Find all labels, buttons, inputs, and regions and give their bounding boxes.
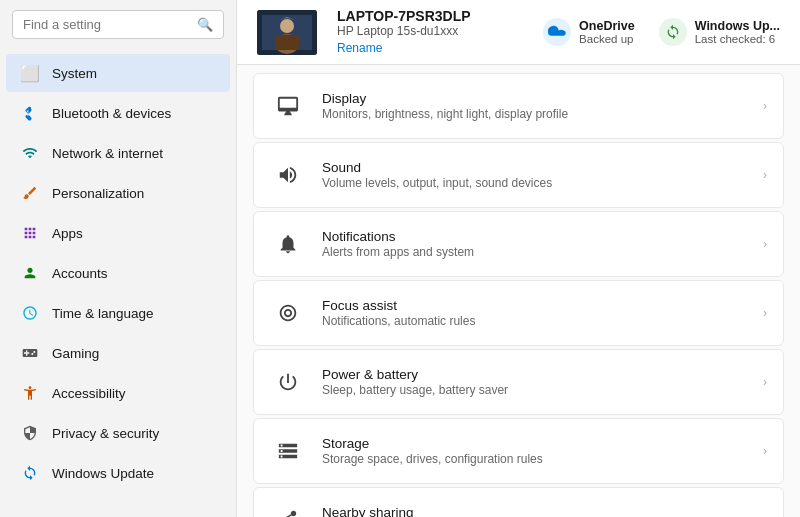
display-desc: Monitors, brightness, night light, displ… xyxy=(322,107,747,121)
sidebar-item-label-windows-update: Windows Update xyxy=(52,466,154,481)
device-name: LAPTOP-7PSR3DLP xyxy=(337,8,523,24)
settings-item-storage[interactable]: Storage Storage space, drives, configura… xyxy=(253,418,784,484)
power-icon xyxy=(270,364,306,400)
power-text: Power & battery Sleep, battery usage, ba… xyxy=(322,367,747,397)
notifications-text: Notifications Alerts from apps and syste… xyxy=(322,229,747,259)
network-icon xyxy=(20,143,40,163)
settings-item-nearby-sharing[interactable]: Nearby sharing Discoverability, received… xyxy=(253,487,784,517)
windows-update-service-icon xyxy=(659,18,687,46)
sidebar-item-privacy[interactable]: Privacy & security xyxy=(6,414,230,452)
svg-point-2 xyxy=(280,19,294,33)
accessibility-icon xyxy=(20,383,40,403)
sound-text: Sound Volume levels, output, input, soun… xyxy=(322,160,747,190)
onedrive-text: OneDrive Backed up xyxy=(579,19,635,45)
power-desc: Sleep, battery usage, battery saver xyxy=(322,383,747,397)
storage-chevron: › xyxy=(763,444,767,458)
sidebar-item-apps[interactable]: Apps xyxy=(6,214,230,252)
storage-desc: Storage space, drives, configuration rul… xyxy=(322,452,747,466)
windows-update-service-text: Windows Up... Last checked: 6 xyxy=(695,19,780,45)
nearby-sharing-text: Nearby sharing Discoverability, received… xyxy=(322,505,747,517)
notifications-desc: Alerts from apps and system xyxy=(322,245,747,259)
windows-update-service: Windows Up... Last checked: 6 xyxy=(659,18,780,46)
device-model: HP Laptop 15s-du1xxx xyxy=(337,24,523,38)
onedrive-title: OneDrive xyxy=(579,19,635,33)
sidebar: 🔍 ⬜ System Bluetooth & devices Network &… xyxy=(0,0,237,517)
sidebar-item-network[interactable]: Network & internet xyxy=(6,134,230,172)
sound-desc: Volume levels, output, input, sound devi… xyxy=(322,176,747,190)
notifications-icon xyxy=(270,226,306,262)
sidebar-item-system[interactable]: ⬜ System xyxy=(6,54,230,92)
nearby-sharing-icon xyxy=(270,502,306,517)
settings-item-sound[interactable]: Sound Volume levels, output, input, soun… xyxy=(253,142,784,208)
power-title: Power & battery xyxy=(322,367,747,382)
sidebar-item-label-personalization: Personalization xyxy=(52,186,144,201)
sidebar-item-label-apps: Apps xyxy=(52,226,83,241)
nearby-sharing-title: Nearby sharing xyxy=(322,505,747,517)
sidebar-item-label-time: Time & language xyxy=(52,306,154,321)
sidebar-item-label-privacy: Privacy & security xyxy=(52,426,159,441)
accounts-icon xyxy=(20,263,40,283)
apps-icon xyxy=(20,223,40,243)
settings-item-display[interactable]: Display Monitors, brightness, night ligh… xyxy=(253,73,784,139)
storage-icon xyxy=(270,433,306,469)
device-rename-link[interactable]: Rename xyxy=(337,41,382,55)
sidebar-item-label-bluetooth: Bluetooth & devices xyxy=(52,106,171,121)
privacy-icon xyxy=(20,423,40,443)
search-icon: 🔍 xyxy=(197,17,213,32)
sound-title: Sound xyxy=(322,160,747,175)
focus-assist-chevron: › xyxy=(763,306,767,320)
svg-rect-4 xyxy=(275,35,299,50)
sidebar-item-gaming[interactable]: Gaming xyxy=(6,334,230,372)
windows-update-service-title: Windows Up... xyxy=(695,19,780,33)
system-icon: ⬜ xyxy=(20,63,40,83)
sound-icon xyxy=(270,157,306,193)
device-info: LAPTOP-7PSR3DLP HP Laptop 15s-du1xxx Ren… xyxy=(337,8,523,56)
header-services: OneDrive Backed up Windows Up... Last ch… xyxy=(543,18,780,46)
notifications-title: Notifications xyxy=(322,229,747,244)
personalization-icon xyxy=(20,183,40,203)
time-icon xyxy=(20,303,40,323)
gaming-icon xyxy=(20,343,40,363)
notifications-chevron: › xyxy=(763,237,767,251)
focus-assist-text: Focus assist Notifications, automatic ru… xyxy=(322,298,747,328)
windows-update-service-status: Last checked: 6 xyxy=(695,33,780,45)
settings-item-power[interactable]: Power & battery Sleep, battery usage, ba… xyxy=(253,349,784,415)
nearby-sharing-chevron: › xyxy=(763,513,767,517)
sidebar-item-accessibility[interactable]: Accessibility xyxy=(6,374,230,412)
display-title: Display xyxy=(322,91,747,106)
sidebar-item-label-accessibility: Accessibility xyxy=(52,386,126,401)
focus-assist-desc: Notifications, automatic rules xyxy=(322,314,747,328)
onedrive-status: Backed up xyxy=(579,33,635,45)
windows-update-icon xyxy=(20,463,40,483)
power-chevron: › xyxy=(763,375,767,389)
search-container: 🔍 xyxy=(0,0,236,49)
storage-title: Storage xyxy=(322,436,747,451)
onedrive-icon xyxy=(543,18,571,46)
sound-chevron: › xyxy=(763,168,767,182)
focus-assist-icon xyxy=(270,295,306,331)
settings-list: Display Monitors, brightness, night ligh… xyxy=(237,65,800,517)
settings-item-notifications[interactable]: Notifications Alerts from apps and syste… xyxy=(253,211,784,277)
search-input[interactable] xyxy=(23,17,189,32)
sidebar-item-accounts[interactable]: Accounts xyxy=(6,254,230,292)
display-icon xyxy=(270,88,306,124)
sidebar-item-label-accounts: Accounts xyxy=(52,266,108,281)
main-content: LAPTOP-7PSR3DLP HP Laptop 15s-du1xxx Ren… xyxy=(237,0,800,517)
device-thumbnail xyxy=(257,10,317,55)
onedrive-service: OneDrive Backed up xyxy=(543,18,635,46)
sidebar-item-time[interactable]: Time & language xyxy=(6,294,230,332)
search-box[interactable]: 🔍 xyxy=(12,10,224,39)
sidebar-item-personalization[interactable]: Personalization xyxy=(6,174,230,212)
bluetooth-icon xyxy=(20,103,40,123)
sidebar-item-label-system: System xyxy=(52,66,97,81)
sidebar-item-label-gaming: Gaming xyxy=(52,346,99,361)
focus-assist-title: Focus assist xyxy=(322,298,747,313)
display-chevron: › xyxy=(763,99,767,113)
sidebar-item-bluetooth[interactable]: Bluetooth & devices xyxy=(6,94,230,132)
storage-text: Storage Storage space, drives, configura… xyxy=(322,436,747,466)
nav-items: ⬜ System Bluetooth & devices Network & i… xyxy=(0,53,236,493)
display-text: Display Monitors, brightness, night ligh… xyxy=(322,91,747,121)
sidebar-item-label-network: Network & internet xyxy=(52,146,163,161)
settings-item-focus-assist[interactable]: Focus assist Notifications, automatic ru… xyxy=(253,280,784,346)
sidebar-item-windows-update[interactable]: Windows Update xyxy=(6,454,230,492)
